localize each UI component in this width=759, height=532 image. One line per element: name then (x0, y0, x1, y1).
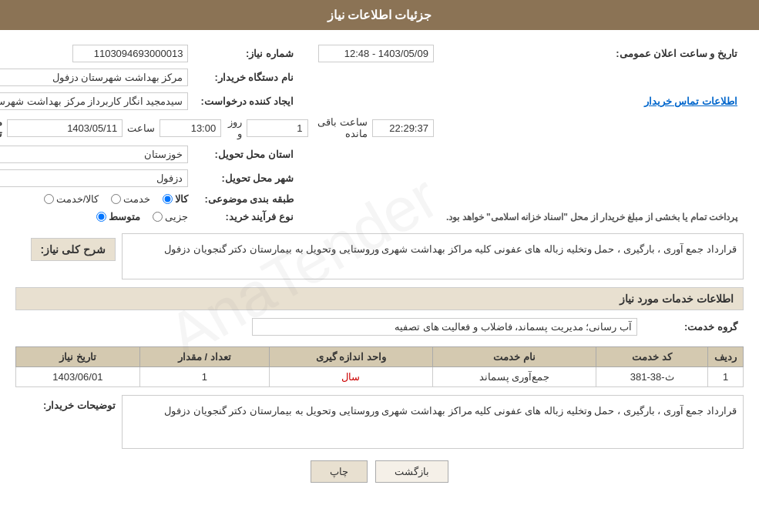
creator-label: ایجاد کننده درخواست: (194, 89, 300, 113)
process-option-medium[interactable]: متوسط (96, 211, 140, 223)
province-label: استان محل تحویل: (194, 142, 300, 166)
col-header-code: کد خدمت (596, 347, 708, 367)
category-option-service[interactable]: خدمت (111, 193, 150, 205)
reply-days-value: 1 (247, 119, 308, 137)
print-button[interactable]: چاپ (311, 460, 368, 483)
cell-rownum: 1 (708, 367, 744, 387)
col-header-date: تاریخ نیاز (16, 347, 140, 367)
creator-contact-link[interactable]: اطلاعات تماس خریدار (644, 95, 737, 107)
services-section: اطلاعات خدمات مورد نیاز گروه خدمت: آب رس… (15, 287, 744, 387)
province-value: خوزستان (0, 146, 188, 163)
buyer-org-label: نام دستگاه خریدار: (194, 65, 300, 89)
buyer-notes-section: قرارداد جمع آوری ، بارگیری ، حمل وتخلیه … (15, 395, 744, 449)
category-label: طبقه بندی موضوعی: (194, 190, 300, 208)
process-label: نوع فرآیند خرید: (194, 208, 300, 226)
category-radio-group: کالا/خدمت خدمت کالا (0, 193, 188, 205)
process-radio-group: متوسط جزیی (0, 211, 188, 223)
page-title: جزئیات اطلاعات نیاز (327, 8, 432, 22)
buyer-notes-label: توضیحات خریدار: (43, 400, 116, 411)
process-note: پرداخت تمام یا بخشی از مبلغ خریدار از مح… (446, 212, 737, 223)
buyer-org-value: مرکز بهداشت شهرستان دزفول (0, 69, 188, 86)
reply-remaining-value: 22:29:37 (372, 119, 434, 137)
buyer-notes-text: قرارداد جمع آوری ، بارگیری ، حمل وتخلیه … (122, 395, 744, 449)
services-detail-table: ردیف کد خدمت نام خدمت واحد اندازه گیری ت… (15, 346, 744, 387)
service-group-table: گروه خدمت: آب رسانی؛ مدیریت پسماند، فاضل… (15, 315, 744, 339)
col-header-name: نام خدمت (432, 347, 596, 367)
col-header-rownum: ردیف (708, 347, 744, 367)
description-label: شرح کلی نیاز: (31, 238, 116, 261)
reply-days-label: روز و (226, 116, 241, 139)
button-row: بازگشت چاپ (15, 460, 744, 494)
cell-name: جمع‌آوری پسماند (432, 367, 596, 387)
cell-date: 1403/06/01 (16, 367, 140, 387)
services-section-title: اطلاعات خدمات مورد نیاز (15, 287, 744, 310)
service-group-value: آب رسانی؛ مدیریت پسماند، فاضلاب و فعالیت… (252, 318, 637, 336)
table-row: 1 ث-38-381 جمع‌آوری پسماند سال 1 1403/06… (16, 367, 744, 387)
cell-unit: سال (269, 367, 432, 387)
process-option-small[interactable]: جزیی (153, 211, 188, 223)
cell-qty: 1 (139, 367, 269, 387)
announce-date-value: 1403/05/09 - 12:48 (318, 45, 434, 62)
request-number-value: 1103094693000013 (72, 45, 188, 62)
creator-value: سیدمجید انگار کاربرداز مرکز بهداشت شهرست… (0, 92, 188, 110)
category-option-goods-services[interactable]: کالا/خدمت (44, 193, 99, 205)
announce-date-label: تاریخ و ساعت اعلان عمومی: (440, 42, 744, 65)
reply-deadline-label: مهلت ارسال پاسخ: تا تاریخ: (0, 116, 2, 139)
service-group-label: گروه خدمت: (643, 315, 744, 339)
col-header-qty: تعداد / مقدار (139, 347, 269, 367)
reply-time-label: ساعت (127, 122, 155, 134)
description-box: قرارداد جمع آوری ، بارگیری ، حمل وتخلیه … (122, 233, 744, 279)
description-text: قرارداد جمع آوری ، بارگیری ، حمل وتخلیه … (122, 233, 744, 279)
reply-date-value: 1403/05/11 (7, 119, 123, 137)
reply-time-value: 13:00 (160, 119, 221, 137)
category-option-goods[interactable]: کالا (163, 193, 188, 205)
back-button[interactable]: بازگشت (375, 460, 448, 483)
col-header-unit: واحد اندازه گیری (269, 347, 432, 367)
city-value: دزفول (0, 169, 188, 187)
cell-code: ث-38-381 (596, 367, 708, 387)
request-number-label: شماره نیاز: (194, 42, 300, 65)
reply-remaining-label: ساعت باقی مانده (313, 116, 368, 139)
city-label: شهر محل تحویل: (194, 166, 300, 190)
page-header: جزئیات اطلاعات نیاز (0, 0, 759, 30)
main-info-table: تاریخ و ساعت اعلان عمومی: 1403/05/09 - 1… (0, 42, 744, 226)
